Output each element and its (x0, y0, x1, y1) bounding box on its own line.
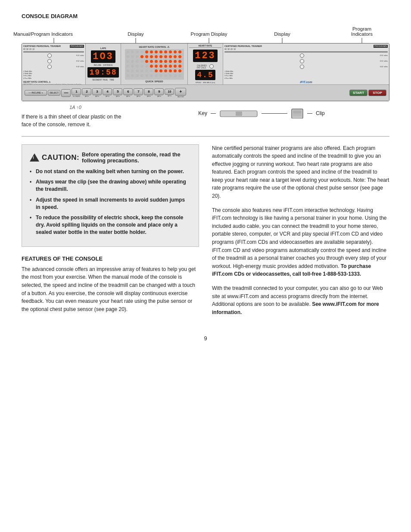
minus-button[interactable]: — (61, 89, 71, 97)
features-section: FEATURES OF THE CONSOLE The advanced con… (22, 255, 199, 314)
num4-button[interactable]: 4 (103, 88, 112, 95)
num8-button[interactable]: 8 (144, 88, 153, 95)
num9-button[interactable]: 9 (154, 88, 164, 95)
key-label: Key (198, 110, 207, 116)
content-left: ! CAUTION: Before operating the console,… (22, 144, 199, 323)
select-button[interactable]: SELECT (48, 90, 60, 96)
display-value-3: 123 (193, 50, 218, 62)
diagram-title: CONSOLE DIAGRAM (22, 13, 389, 19)
plastic-note: If there is a thin sheet of clear plasti… (22, 113, 129, 128)
svg-rect-8 (293, 110, 302, 114)
panel-display-left: LAPS 1O3 INCLINE DISTANCE 19:58 SEGMENT … (86, 44, 121, 84)
clip-shape (291, 108, 304, 118)
num1-button[interactable]: 1 (72, 88, 81, 95)
key-shape (219, 109, 258, 118)
caution-bullet-4: To reduce the possibility of electric sh… (30, 214, 191, 236)
start-button[interactable]: START (349, 90, 367, 96)
num3-button[interactable]: 3 (92, 88, 102, 95)
stop-button[interactable]: STOP (368, 90, 386, 96)
display-value-1: 1O3 (91, 50, 115, 63)
console-diagram: CERTIFIED PERSONAL TRAINER PROGRAMS 40 3… (22, 43, 389, 101)
num6-button[interactable]: 6 (123, 88, 133, 95)
caution-bullets-list: Do not stand on the walking belt when tu… (30, 168, 191, 236)
num2-button[interactable]: 2 (82, 88, 91, 95)
caution-header-text: Before operating the console, read the f… (82, 152, 191, 164)
label-program-display: Program Display (191, 31, 227, 37)
page-number: 9 (22, 335, 389, 342)
content-right: Nine certified personal trainer programs… (212, 144, 389, 323)
diagram-section: CONSOLE DIAGRAM Manual/Program Indicator… (22, 13, 389, 137)
panel-left-indicators: CERTIFIED PERSONAL TRAINER PROGRAMS 40 3… (22, 44, 86, 84)
caution-triangle-icon: ! (30, 153, 39, 162)
display-value-2: 19:58 (87, 67, 118, 78)
panel-program-display: HEART RATE CONTROL ⚠ (121, 44, 188, 84)
features-paragraph-3: The console also features new iFIT.com i… (212, 206, 389, 278)
label-display-left: Display (128, 31, 144, 37)
clip-label: Clip (316, 110, 325, 116)
caution-header: ! CAUTION: Before operating the console,… (30, 152, 191, 164)
caution-title: CAUTION: (42, 153, 79, 162)
caution-bullet-1: Do not stand on the walking belt when tu… (30, 168, 191, 175)
caution-bullet-2: Always wear the clip (see the drawing ab… (30, 178, 191, 193)
num7-button[interactable]: 7 (134, 88, 143, 95)
label-program-indicators: Program Indicators (348, 26, 376, 37)
features-paragraph-2: Nine certified personal trainer programs… (212, 144, 389, 200)
display-value-4: 4.5 (195, 70, 215, 80)
features-paragraph-4: With the treadmill connected to your com… (212, 284, 389, 316)
label-display-right: Display (274, 31, 290, 37)
features-title: FEATURES OF THE CONSOLE (22, 255, 199, 262)
content-section: ! CAUTION: Before operating the console,… (22, 144, 389, 323)
num5-button[interactable]: 5 (113, 88, 122, 95)
bottom-note: 1A ↑0 (22, 104, 129, 111)
plus-button[interactable]: + (175, 88, 186, 96)
panel-right-indicators: CERTIFIED PERSONAL TRAINER PROGRAMS 40 3… (223, 44, 389, 84)
num10-button[interactable]: 10 (165, 89, 174, 95)
panel-display-right: HEART RATE 123 CALORIES FAT CALS 4.5 SPE… (188, 44, 223, 84)
page-container: CONSOLE DIAGRAM Manual/Program Indicator… (0, 0, 411, 532)
console-button-row: — INCLINE + SELECT — 1 SLOWER 2 MPH 3 MP… (22, 84, 389, 101)
incline-button[interactable]: — INCLINE + (25, 90, 47, 96)
features-paragraph-1: The advanced console offers an impressiv… (22, 265, 199, 314)
label-manual-program: Manual/Program Indicators (13, 31, 73, 37)
caution-box: ! CAUTION: Before operating the console,… (22, 144, 199, 247)
svg-rect-6 (236, 112, 242, 116)
caution-bullet-3: Adjust the speed in small increments to … (30, 196, 191, 211)
